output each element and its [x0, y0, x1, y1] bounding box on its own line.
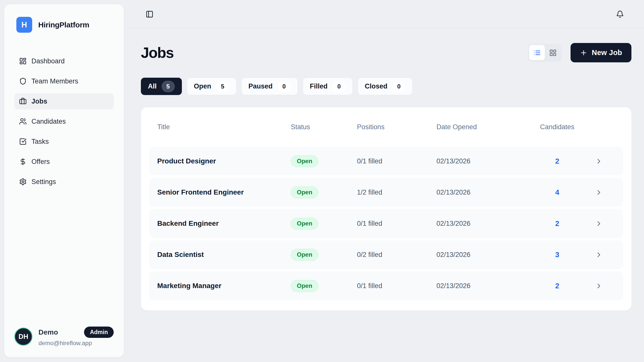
job-candidates-count[interactable]: 2 [532, 282, 582, 290]
status-badge: Open [291, 280, 318, 292]
column-header-positions: Positions [357, 123, 436, 131]
sidebar-item-label: Offers [31, 158, 50, 166]
head-actions: New Job [528, 43, 631, 62]
main-area: Jobs New Job All5Open5Paused0Filled0Clos… [124, 0, 644, 362]
gear-icon [19, 178, 27, 186]
sidebar-item-label: Jobs [31, 98, 47, 105]
user-name: Demo [38, 328, 58, 336]
table-header: TitleStatusPositionsDate OpenedCandidate… [149, 107, 623, 147]
job-candidates-count[interactable]: 3 [532, 251, 582, 259]
users-icon [19, 118, 27, 125]
job-title: Data Scientist [157, 251, 291, 259]
user-card[interactable]: DH Demo Admin demo@hireflow.app [14, 327, 114, 347]
chevron-right-icon [595, 157, 603, 165]
table-body: Product DesignerOpen0/1 filled02/13/2026… [149, 147, 623, 300]
job-row-chevron[interactable] [582, 157, 615, 165]
user-info: Demo Admin demo@hireflow.app [38, 327, 114, 347]
job-title: Backend Engineer [157, 219, 291, 228]
job-status-cell: Open [291, 280, 357, 292]
chevron-right-icon [595, 251, 603, 259]
view-grid-button[interactable] [545, 45, 561, 60]
sidebar-item-label: Tasks [31, 138, 49, 146]
dashboard-icon [19, 57, 27, 65]
page-head: Jobs New Job [141, 43, 631, 62]
job-status-cell: Open [291, 218, 357, 230]
filter-closed[interactable]: Closed0 [358, 78, 413, 95]
job-status-cell: Open [291, 155, 357, 167]
sidebar: H HiringPlatform DashboardTeam MembersJo… [4, 4, 124, 357]
job-row[interactable]: Backend EngineerOpen0/1 filled02/13/2026… [149, 209, 623, 238]
job-date-opened: 02/13/2026 [436, 251, 532, 259]
sidebar-item-team-members[interactable]: Team Members [14, 73, 114, 89]
new-job-button[interactable]: New Job [571, 43, 631, 62]
list-icon [533, 49, 541, 57]
filter-count: 0 [277, 81, 291, 92]
status-filters: All5Open5Paused0Filled0Closed0 [141, 78, 631, 95]
sidebar-item-jobs[interactable]: Jobs [14, 93, 114, 109]
role-badge: Admin [84, 327, 114, 338]
column-header-candidates: Candidates [532, 123, 582, 131]
filter-all[interactable]: All5 [141, 78, 182, 95]
filter-filled[interactable]: Filled0 [303, 78, 353, 95]
filter-count: 5 [162, 81, 175, 92]
job-title: Senior Frontend Engineer [157, 188, 291, 196]
job-positions: 1/2 filled [357, 189, 436, 196]
filter-paused[interactable]: Paused0 [242, 78, 298, 95]
avatar: DH [14, 328, 32, 346]
view-toggle [528, 44, 562, 62]
plus-icon [580, 49, 587, 57]
job-positions: 0/1 filled [357, 157, 436, 165]
filter-count: 5 [216, 81, 229, 92]
sidebar-item-candidates[interactable]: Candidates [14, 113, 114, 129]
status-badge: Open [291, 187, 318, 198]
view-list-button[interactable] [529, 45, 545, 60]
new-job-label: New Job [592, 49, 622, 57]
sidebar-item-tasks[interactable]: Tasks [14, 133, 114, 150]
sidebar-toggle-button[interactable] [144, 9, 155, 20]
chevron-right-icon [595, 282, 603, 290]
job-title: Marketing Manager [157, 282, 291, 290]
sidebar-nav: DashboardTeam MembersJobsCandidatesTasks… [14, 53, 114, 190]
notifications-button[interactable] [615, 9, 625, 20]
topbar [124, 0, 644, 29]
jobs-table: TitleStatusPositionsDate OpenedCandidate… [141, 107, 631, 310]
column-header-status: Status [291, 123, 357, 131]
job-candidates-count[interactable]: 2 [532, 219, 582, 228]
brand-name: HiringPlatform [38, 21, 89, 29]
filter-label: Closed [365, 82, 387, 90]
job-row-chevron[interactable] [582, 282, 615, 290]
shield-icon [19, 77, 27, 85]
chevron-right-icon [595, 189, 603, 196]
job-row-chevron[interactable] [582, 189, 615, 196]
brand-logo-icon: H [16, 17, 32, 33]
sidebar-item-settings[interactable]: Settings [14, 174, 114, 190]
status-badge: Open [291, 155, 318, 167]
job-positions: 0/1 filled [357, 220, 436, 228]
sidebar-item-label: Settings [31, 178, 56, 186]
job-row[interactable]: Marketing ManagerOpen0/1 filled02/13/202… [149, 272, 623, 300]
job-positions: 0/2 filled [357, 251, 436, 259]
job-row[interactable]: Product DesignerOpen0/1 filled02/13/2026… [149, 147, 623, 175]
job-row[interactable]: Data ScientistOpen0/2 filled02/13/20263 [149, 240, 623, 269]
sidebar-item-dashboard[interactable]: Dashboard [14, 53, 114, 69]
filter-open[interactable]: Open5 [187, 78, 236, 95]
job-positions: 0/1 filled [357, 282, 436, 290]
job-row[interactable]: Senior Frontend EngineerOpen1/2 filled02… [149, 178, 623, 207]
briefcase-icon [19, 98, 27, 105]
filter-label: Filled [310, 82, 328, 90]
page-title: Jobs [141, 44, 174, 61]
sidebar-item-label: Dashboard [31, 57, 65, 65]
sidebar-item-label: Team Members [31, 77, 78, 85]
content: Jobs New Job All5Open5Paused0Filled0Clos… [124, 29, 644, 310]
sidebar-item-offers[interactable]: Offers [14, 154, 114, 170]
column-header-date-opened: Date Opened [436, 123, 532, 131]
job-candidates-count[interactable]: 4 [532, 188, 582, 197]
sidebar-item-label: Candidates [31, 118, 66, 125]
job-candidates-count[interactable]: 2 [532, 157, 582, 165]
job-title: Product Designer [157, 157, 291, 165]
job-date-opened: 02/13/2026 [436, 189, 532, 196]
filter-label: All [148, 82, 157, 90]
job-row-chevron[interactable] [582, 220, 615, 228]
job-row-chevron[interactable] [582, 251, 615, 259]
dollar-icon [19, 158, 27, 165]
